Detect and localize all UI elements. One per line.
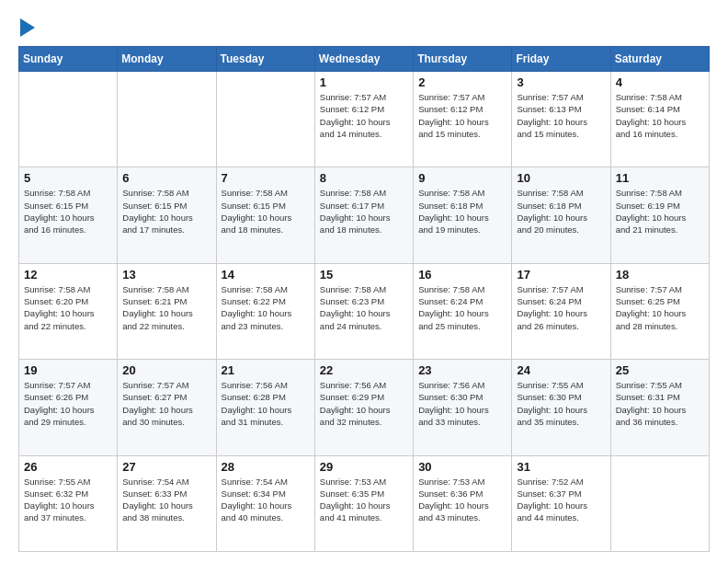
day-number: 19 [24, 363, 112, 377]
calendar-cell [118, 72, 216, 167]
day-info: Sunrise: 7:58 AM Sunset: 6:22 PM Dayligh… [222, 283, 310, 332]
calendar-cell: 25Sunrise: 7:55 AM Sunset: 6:31 PM Dayli… [610, 360, 709, 455]
calendar-header-sunday: Sunday [19, 47, 118, 72]
day-number: 8 [320, 171, 408, 185]
day-info: Sunrise: 7:56 AM Sunset: 6:30 PM Dayligh… [418, 379, 506, 428]
day-number: 7 [222, 171, 310, 185]
calendar-cell [216, 72, 314, 167]
calendar-cell: 6Sunrise: 7:58 AM Sunset: 6:15 PM Daylig… [118, 167, 216, 263]
day-info: Sunrise: 7:58 AM Sunset: 6:20 PM Dayligh… [24, 283, 112, 332]
day-number: 14 [222, 268, 310, 282]
day-number: 21 [222, 363, 310, 377]
calendar-cell: 20Sunrise: 7:57 AM Sunset: 6:27 PM Dayli… [118, 360, 216, 455]
calendar-cell: 24Sunrise: 7:55 AM Sunset: 6:30 PM Dayli… [512, 360, 610, 455]
day-number: 10 [517, 171, 605, 185]
day-info: Sunrise: 7:55 AM Sunset: 6:32 PM Dayligh… [24, 476, 112, 524]
day-info: Sunrise: 7:57 AM Sunset: 6:25 PM Dayligh… [616, 283, 704, 332]
calendar-cell: 11Sunrise: 7:58 AM Sunset: 6:19 PM Dayli… [610, 167, 709, 263]
calendar-cell: 23Sunrise: 7:56 AM Sunset: 6:30 PM Dayli… [414, 360, 512, 455]
calendar-cell [19, 72, 118, 167]
calendar-cell: 30Sunrise: 7:53 AM Sunset: 6:36 PM Dayli… [414, 455, 512, 551]
calendar-cell: 9Sunrise: 7:58 AM Sunset: 6:18 PM Daylig… [414, 167, 512, 263]
calendar-cell: 13Sunrise: 7:58 AM Sunset: 6:21 PM Dayli… [118, 263, 216, 359]
day-number: 25 [616, 363, 704, 377]
day-number: 15 [320, 268, 408, 282]
day-info: Sunrise: 7:58 AM Sunset: 6:24 PM Dayligh… [418, 283, 506, 332]
day-info: Sunrise: 7:55 AM Sunset: 6:31 PM Dayligh… [616, 379, 704, 428]
calendar-header-thursday: Thursday [414, 47, 512, 72]
calendar-week-row: 19Sunrise: 7:57 AM Sunset: 6:26 PM Dayli… [19, 360, 710, 455]
calendar-cell: 29Sunrise: 7:53 AM Sunset: 6:35 PM Dayli… [314, 455, 413, 551]
day-info: Sunrise: 7:56 AM Sunset: 6:29 PM Dayligh… [320, 379, 408, 428]
day-info: Sunrise: 7:57 AM Sunset: 6:13 PM Dayligh… [517, 91, 605, 140]
calendar-header-tuesday: Tuesday [216, 47, 314, 72]
day-number: 28 [222, 460, 310, 474]
calendar-cell: 22Sunrise: 7:56 AM Sunset: 6:29 PM Dayli… [314, 360, 413, 455]
day-number: 5 [24, 171, 112, 185]
day-info: Sunrise: 7:57 AM Sunset: 6:12 PM Dayligh… [320, 91, 408, 140]
day-info: Sunrise: 7:53 AM Sunset: 6:35 PM Dayligh… [320, 476, 408, 524]
day-info: Sunrise: 7:58 AM Sunset: 6:23 PM Dayligh… [320, 283, 408, 332]
day-info: Sunrise: 7:58 AM Sunset: 6:15 PM Dayligh… [24, 187, 112, 236]
day-number: 26 [24, 460, 112, 474]
calendar-cell [610, 455, 709, 551]
calendar-header-monday: Monday [118, 47, 216, 72]
calendar-cell: 3Sunrise: 7:57 AM Sunset: 6:13 PM Daylig… [512, 72, 610, 167]
logo [18, 17, 35, 37]
day-info: Sunrise: 7:58 AM Sunset: 6:15 PM Dayligh… [122, 187, 210, 236]
day-number: 11 [616, 171, 704, 185]
calendar-cell: 27Sunrise: 7:54 AM Sunset: 6:33 PM Dayli… [118, 455, 216, 551]
day-info: Sunrise: 7:58 AM Sunset: 6:21 PM Dayligh… [122, 283, 210, 332]
day-info: Sunrise: 7:58 AM Sunset: 6:18 PM Dayligh… [517, 187, 605, 236]
calendar-cell: 19Sunrise: 7:57 AM Sunset: 6:26 PM Dayli… [19, 360, 118, 455]
day-info: Sunrise: 7:57 AM Sunset: 6:24 PM Dayligh… [517, 283, 605, 332]
day-info: Sunrise: 7:52 AM Sunset: 6:37 PM Dayligh… [517, 476, 605, 524]
day-number: 30 [418, 460, 506, 474]
calendar-cell: 16Sunrise: 7:58 AM Sunset: 6:24 PM Dayli… [414, 263, 512, 359]
day-number: 31 [517, 460, 605, 474]
day-info: Sunrise: 7:57 AM Sunset: 6:26 PM Dayligh… [24, 379, 112, 428]
day-number: 24 [517, 363, 605, 377]
day-number: 2 [418, 75, 506, 89]
calendar-header-friday: Friday [512, 47, 610, 72]
calendar-cell: 21Sunrise: 7:56 AM Sunset: 6:28 PM Dayli… [216, 360, 314, 455]
calendar-cell: 15Sunrise: 7:58 AM Sunset: 6:23 PM Dayli… [314, 263, 413, 359]
calendar-cell: 1Sunrise: 7:57 AM Sunset: 6:12 PM Daylig… [314, 72, 413, 167]
calendar-cell: 14Sunrise: 7:58 AM Sunset: 6:22 PM Dayli… [216, 263, 314, 359]
day-number: 3 [517, 75, 605, 89]
day-number: 4 [616, 75, 704, 89]
calendar-week-row: 1Sunrise: 7:57 AM Sunset: 6:12 PM Daylig… [19, 72, 710, 167]
calendar-cell: 8Sunrise: 7:58 AM Sunset: 6:17 PM Daylig… [314, 167, 413, 263]
logo-arrow-icon [20, 18, 35, 37]
day-info: Sunrise: 7:58 AM Sunset: 6:18 PM Dayligh… [418, 187, 506, 236]
day-number: 13 [122, 268, 210, 282]
day-number: 12 [24, 268, 112, 282]
day-number: 6 [122, 171, 210, 185]
day-info: Sunrise: 7:56 AM Sunset: 6:28 PM Dayligh… [222, 379, 310, 428]
calendar-cell: 7Sunrise: 7:58 AM Sunset: 6:15 PM Daylig… [216, 167, 314, 263]
calendar-cell: 12Sunrise: 7:58 AM Sunset: 6:20 PM Dayli… [19, 263, 118, 359]
calendar-cell: 31Sunrise: 7:52 AM Sunset: 6:37 PM Dayli… [512, 455, 610, 551]
calendar-cell: 2Sunrise: 7:57 AM Sunset: 6:12 PM Daylig… [414, 72, 512, 167]
calendar-cell: 4Sunrise: 7:58 AM Sunset: 6:14 PM Daylig… [610, 72, 709, 167]
calendar-week-row: 26Sunrise: 7:55 AM Sunset: 6:32 PM Dayli… [19, 455, 710, 551]
calendar-week-row: 12Sunrise: 7:58 AM Sunset: 6:20 PM Dayli… [19, 263, 710, 359]
day-number: 20 [122, 363, 210, 377]
calendar-table: SundayMondayTuesdayWednesdayThursdayFrid… [18, 46, 710, 552]
day-info: Sunrise: 7:54 AM Sunset: 6:34 PM Dayligh… [222, 476, 310, 524]
day-info: Sunrise: 7:54 AM Sunset: 6:33 PM Dayligh… [122, 476, 210, 524]
day-number: 17 [517, 268, 605, 282]
calendar-cell: 5Sunrise: 7:58 AM Sunset: 6:15 PM Daylig… [19, 167, 118, 263]
logo-text [18, 17, 35, 37]
day-info: Sunrise: 7:53 AM Sunset: 6:36 PM Dayligh… [418, 476, 506, 524]
header [18, 17, 710, 37]
calendar-cell: 17Sunrise: 7:57 AM Sunset: 6:24 PM Dayli… [512, 263, 610, 359]
calendar-header-wednesday: Wednesday [314, 47, 413, 72]
day-number: 22 [320, 363, 408, 377]
day-info: Sunrise: 7:58 AM Sunset: 6:14 PM Dayligh… [616, 91, 704, 140]
day-info: Sunrise: 7:57 AM Sunset: 6:12 PM Dayligh… [418, 91, 506, 140]
day-number: 16 [418, 268, 506, 282]
calendar-week-row: 5Sunrise: 7:58 AM Sunset: 6:15 PM Daylig… [19, 167, 710, 263]
day-number: 23 [418, 363, 506, 377]
day-number: 27 [122, 460, 210, 474]
